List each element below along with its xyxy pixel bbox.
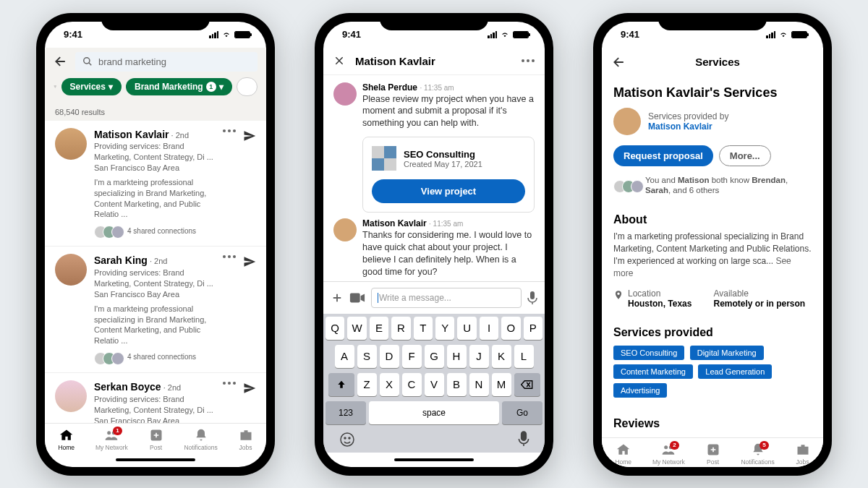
key[interactable]: L bbox=[514, 345, 534, 368]
key[interactable]: K bbox=[492, 345, 511, 368]
avatar[interactable] bbox=[613, 108, 641, 135]
provider-link[interactable]: Matison Kavlair bbox=[648, 121, 728, 132]
avatar[interactable] bbox=[333, 82, 357, 106]
key[interactable]: J bbox=[469, 345, 489, 368]
nav-notifications[interactable]: 5Notifications bbox=[741, 442, 774, 466]
back-arrow-icon[interactable] bbox=[612, 55, 626, 69]
filter-more-pill[interactable] bbox=[237, 77, 258, 96]
more-horiz-icon[interactable] bbox=[223, 382, 236, 385]
key[interactable]: Z bbox=[357, 373, 377, 396]
mutual-avatars bbox=[613, 180, 639, 193]
key[interactable]: G bbox=[425, 345, 444, 368]
key[interactable]: D bbox=[380, 345, 399, 368]
backspace-key[interactable] bbox=[514, 373, 540, 396]
svg-point-15 bbox=[532, 59, 535, 62]
more-horiz-icon[interactable] bbox=[223, 129, 236, 132]
shift-key[interactable] bbox=[328, 373, 354, 396]
key[interactable]: M bbox=[492, 373, 511, 396]
search-text: brand marketing bbox=[98, 56, 166, 67]
bell-icon bbox=[194, 428, 208, 442]
nav-network[interactable]: 1My Network bbox=[95, 428, 128, 451]
key[interactable]: P bbox=[524, 317, 542, 340]
key[interactable]: N bbox=[469, 373, 489, 396]
space-key[interactable]: space bbox=[369, 401, 499, 424]
service-tags: SEO Consulting Digital Marketing Content… bbox=[613, 343, 812, 400]
key[interactable]: U bbox=[457, 317, 476, 340]
filter-icon[interactable] bbox=[54, 80, 57, 93]
keyboard[interactable]: QWERTYUIOP ASDFGHJKL ZXCVBNM 123spaceGo bbox=[323, 314, 545, 453]
search-result[interactable]: Serkan Boyce · 2nd Providing services: B… bbox=[45, 373, 266, 422]
nav-home[interactable]: Home bbox=[615, 442, 631, 466]
more-button[interactable]: More... bbox=[719, 145, 771, 166]
key[interactable]: X bbox=[380, 373, 399, 396]
search-results-list[interactable]: Matison Kavlair · 2nd Providing services… bbox=[45, 121, 266, 423]
go-key[interactable]: Go bbox=[502, 401, 542, 424]
dictation-icon[interactable] bbox=[518, 431, 529, 447]
service-tag[interactable]: SEO Consulting bbox=[613, 346, 684, 360]
service-tag[interactable]: Digital Marketing bbox=[690, 346, 764, 360]
key[interactable]: A bbox=[335, 345, 354, 368]
svg-point-3 bbox=[233, 129, 236, 132]
key[interactable]: B bbox=[447, 373, 467, 396]
nav-network[interactable]: 2My Network bbox=[652, 442, 685, 466]
key[interactable]: V bbox=[425, 373, 444, 396]
filter-services-pill[interactable]: Services▾ bbox=[61, 78, 122, 95]
post-icon bbox=[149, 428, 163, 442]
key[interactable]: F bbox=[402, 345, 422, 368]
close-icon[interactable] bbox=[333, 55, 345, 67]
numbers-key[interactable]: 123 bbox=[326, 401, 366, 424]
svg-point-10 bbox=[108, 431, 111, 435]
more-horiz-icon[interactable] bbox=[223, 255, 236, 258]
view-project-button[interactable]: View project bbox=[372, 179, 525, 203]
battery-icon bbox=[791, 31, 807, 38]
avatar[interactable] bbox=[333, 218, 357, 241]
nav-notifications[interactable]: Notifications bbox=[184, 428, 217, 451]
chevron-down-icon: ▾ bbox=[109, 82, 113, 92]
svg-point-4 bbox=[223, 255, 226, 258]
more-horiz-icon[interactable] bbox=[522, 59, 535, 62]
search-input[interactable]: brand marketing bbox=[75, 52, 258, 72]
key[interactable]: O bbox=[501, 317, 520, 340]
key[interactable]: H bbox=[447, 345, 467, 368]
avatar[interactable] bbox=[55, 254, 87, 286]
svg-point-0 bbox=[84, 58, 90, 64]
key[interactable]: Y bbox=[435, 317, 454, 340]
send-icon[interactable] bbox=[243, 255, 256, 268]
service-tag[interactable]: Content Marketing bbox=[613, 364, 693, 379]
nav-post[interactable]: Post bbox=[149, 428, 163, 451]
video-icon[interactable] bbox=[349, 292, 365, 304]
key[interactable]: T bbox=[414, 317, 433, 340]
nav-jobs[interactable]: Jobs bbox=[239, 428, 253, 451]
mic-icon[interactable] bbox=[527, 291, 537, 305]
project-card[interactable]: SEO ConsultingCreated May 17, 2021 View … bbox=[362, 137, 535, 213]
location-icon bbox=[613, 288, 624, 301]
filter-brand-pill[interactable]: Brand Marketing1▾ bbox=[126, 78, 232, 95]
bottom-nav: Home 1My Network Post Notifications Jobs bbox=[45, 423, 266, 453]
key[interactable]: E bbox=[370, 317, 388, 340]
key[interactable]: I bbox=[480, 317, 498, 340]
key[interactable]: R bbox=[391, 317, 410, 340]
search-result[interactable]: Matison Kavlair · 2nd Providing services… bbox=[45, 121, 266, 247]
key[interactable]: S bbox=[357, 345, 377, 368]
service-tag[interactable]: Advertising bbox=[613, 383, 667, 398]
avatar[interactable] bbox=[55, 128, 87, 160]
request-proposal-button[interactable]: Request proposal bbox=[613, 145, 713, 166]
home-indicator[interactable] bbox=[45, 453, 266, 467]
search-result[interactable]: Sarah King · 2nd Providing services: Bra… bbox=[45, 247, 266, 373]
nav-post[interactable]: Post bbox=[706, 442, 720, 466]
nav-home[interactable]: Home bbox=[58, 428, 75, 451]
home-indicator[interactable] bbox=[323, 453, 545, 467]
key[interactable]: W bbox=[347, 317, 366, 340]
send-icon[interactable] bbox=[243, 382, 256, 395]
key[interactable]: C bbox=[402, 373, 422, 396]
send-icon[interactable] bbox=[243, 129, 256, 142]
back-arrow-icon[interactable] bbox=[54, 54, 68, 69]
service-tag[interactable]: Lead Generation bbox=[698, 364, 772, 379]
message: Matison Kavlair · 11:35 am Thanks for co… bbox=[333, 218, 535, 278]
emoji-icon[interactable] bbox=[339, 431, 356, 448]
message-input[interactable]: Write a message... bbox=[371, 288, 522, 308]
plus-icon[interactable] bbox=[331, 291, 344, 304]
avatar[interactable] bbox=[55, 380, 87, 412]
nav-jobs[interactable]: Jobs bbox=[796, 442, 810, 466]
key[interactable]: Q bbox=[326, 317, 344, 340]
